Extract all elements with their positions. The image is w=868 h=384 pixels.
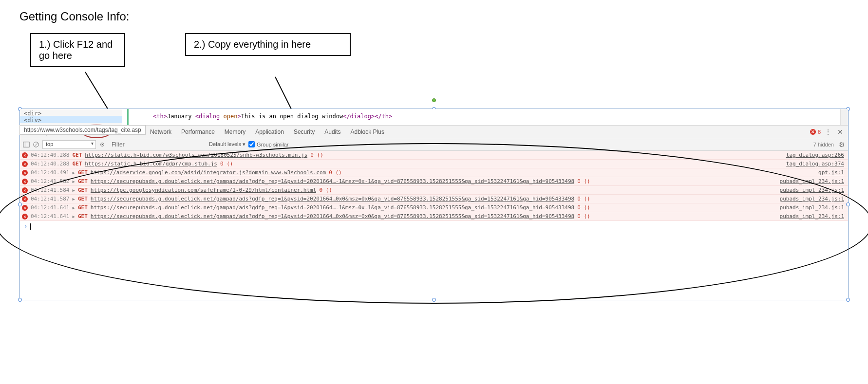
status-tail: 0 () (329, 169, 342, 176)
execution-context-select[interactable]: top (42, 140, 96, 149)
http-method: GET (78, 213, 88, 219)
svg-line-10 (35, 143, 38, 146)
request-url-link[interactable]: https://tpc.googlesyndication.com/safefr… (91, 187, 317, 193)
source-code-line: <th>January <dialog open>This is an open… (127, 109, 840, 125)
console-error-row[interactable]: ✕04:12:41.584▶GEThttps://tpc.googlesyndi… (20, 186, 848, 195)
http-method: GET (72, 152, 82, 158)
console-message-list: ✕04:12:40.288GEThttps://static.h-bid.com… (20, 151, 848, 221)
expand-caret-icon[interactable]: ▶ (72, 170, 75, 175)
http-method: GET (72, 161, 82, 167)
status-tail: 0 () (577, 213, 590, 219)
group-similar-input[interactable] (248, 141, 255, 147)
timestamp: 04:12:41.641 (31, 204, 69, 211)
expand-caret-icon[interactable]: ▶ (72, 214, 75, 219)
link-hover-tooltip: https://www.w3schools.com/tags/tag_cite.… (19, 125, 146, 135)
request-url-link[interactable]: https://securepubads.g.doubleclick.net/g… (91, 204, 574, 211)
error-icon: ✕ (22, 214, 28, 219)
callout-step-1: 1.) Click F12 and go here (30, 33, 125, 67)
status-tail: 0 () (310, 152, 323, 158)
request-url-link[interactable]: https://static.h-bid.com/gdpr/cmp.stub.j… (85, 161, 217, 167)
console-error-row[interactable]: ✕04:12:41.641▶GEThttps://securepubads.g.… (20, 203, 848, 212)
devtools-tab-memory[interactable]: Memory (220, 126, 250, 138)
hidden-messages-count[interactable]: 7 hidden (813, 142, 834, 147)
request-url-link[interactable]: https://securepubads.g.doubleclick.net/g… (91, 178, 574, 184)
devtools-tab-performance[interactable]: Performance (176, 126, 220, 138)
more-menu-icon[interactable]: ⋮ (825, 128, 831, 136)
console-error-row[interactable]: ✕04:12:40.288GEThttps://static.h-bid.com… (20, 151, 848, 160)
request-url-link[interactable]: https://adservice.google.com/adsid/integ… (91, 169, 326, 176)
console-error-row[interactable]: ✕04:12:41.582▶GEThttps://securepubads.g.… (20, 177, 848, 186)
source-link[interactable]: pubads_impl_234.js:1 (770, 178, 844, 184)
close-devtools-button[interactable]: ✕ (835, 128, 845, 136)
console-toolbar: top Default levels ▾ Group similar 7 hid… (20, 138, 848, 151)
console-error-row[interactable]: ✕04:12:40.288GEThttps://static.h-bid.com… (20, 160, 848, 168)
svg-point-12 (102, 144, 103, 145)
error-icon: ✕ (22, 170, 28, 176)
console-filter-input[interactable] (109, 140, 206, 149)
console-error-row[interactable]: ✕04:12:40.491▶GEThttps://adservice.googl… (20, 168, 848, 177)
source-link[interactable]: gpt.js:1 (809, 169, 844, 176)
console-prompt[interactable]: › (20, 221, 848, 232)
timestamp: 04:12:41.587 (31, 196, 69, 202)
prompt-chevron-icon: › (24, 223, 27, 230)
devtools-tab-security[interactable]: Security (289, 126, 320, 138)
scrollbar[interactable] (840, 109, 848, 125)
error-icon: ✕ (22, 196, 28, 202)
source-link[interactable]: pubads_impl_234.js:1 (770, 213, 844, 219)
devtools-tab-adblock-plus[interactable]: Adblock Plus (346, 126, 389, 138)
timestamp: 04:12:40.288 (31, 161, 69, 167)
status-tail: 0 () (220, 161, 233, 167)
elements-tree-gutter: <dir> <div> (20, 109, 122, 125)
source-link[interactable]: pubads_impl_234.js:1 (770, 187, 844, 193)
expand-caret-icon[interactable]: ▶ (72, 197, 75, 201)
devtools-tab-audits[interactable]: Audits (320, 126, 345, 138)
selection-handle[interactable] (18, 298, 22, 302)
console-settings-icon[interactable]: ⚙ (839, 141, 845, 148)
console-error-row[interactable]: ✕04:12:41.587▶GEThttps://securepubads.g.… (20, 195, 848, 203)
http-method: GET (78, 204, 88, 211)
svg-rect-7 (23, 142, 29, 147)
timestamp: 04:12:40.491 (31, 169, 69, 176)
page-heading: Getting Console Info: (19, 10, 849, 23)
http-method: GET (78, 187, 88, 193)
expand-caret-icon[interactable]: ▶ (72, 188, 75, 193)
console-error-row[interactable]: ✕04:12:41.641▶GEThttps://securepubads.g.… (20, 212, 848, 221)
selection-rotate-handle[interactable] (432, 98, 436, 102)
error-icon: ✕ (22, 187, 28, 193)
log-levels-dropdown[interactable]: Default levels ▾ (209, 141, 245, 147)
callout-step-2: 2.) Copy everything in here (185, 33, 351, 56)
live-expression-icon[interactable] (99, 141, 106, 148)
request-url-link[interactable]: https://securepubads.g.doubleclick.net/g… (91, 196, 574, 202)
expand-caret-icon[interactable]: ▶ (72, 205, 75, 210)
error-count-value: 8 (818, 129, 821, 135)
selection-handle[interactable] (432, 298, 436, 302)
error-count-badge[interactable]: ✕8 (810, 129, 821, 135)
selection-handle[interactable] (18, 202, 22, 206)
error-icon: ✕ (22, 152, 28, 158)
expand-caret-icon[interactable]: ▶ (72, 179, 75, 184)
error-icon: ✕ (22, 205, 28, 211)
console-empty-space (20, 232, 848, 300)
status-tail: 0 () (577, 178, 590, 184)
request-url-link[interactable]: https://static.h-bid.com/w3schools.com/2… (85, 152, 307, 158)
source-link[interactable]: pubads_impl_234.js:1 (770, 204, 844, 211)
devtools-tab-network[interactable]: Network (145, 126, 176, 138)
error-icon: ✕ (22, 161, 28, 167)
devtools-tab-application[interactable]: Application (250, 126, 289, 138)
selection-handle[interactable] (846, 298, 850, 302)
source-link[interactable]: pubads_impl_234.js:1 (770, 196, 844, 202)
source-link[interactable]: tag_dialog.asp:266 (776, 152, 844, 158)
http-method: GET (78, 196, 88, 202)
tree-line: <div> (24, 117, 118, 124)
timestamp: 04:12:41.582 (31, 178, 69, 184)
timestamp: 04:12:40.288 (31, 152, 69, 158)
http-method: GET (78, 178, 88, 184)
group-similar-label: Group similar (257, 142, 288, 147)
console-sidebar-toggle-icon[interactable] (23, 141, 30, 148)
clear-console-icon[interactable] (33, 141, 39, 148)
source-link[interactable]: tag_dialog.asp:374 (776, 161, 844, 167)
request-url-link[interactable]: https://securepubads.g.doubleclick.net/g… (91, 213, 574, 219)
error-icon: ✕ (22, 179, 28, 184)
group-similar-checkbox[interactable]: Group similar (248, 141, 288, 147)
selection-handle[interactable] (846, 202, 850, 206)
